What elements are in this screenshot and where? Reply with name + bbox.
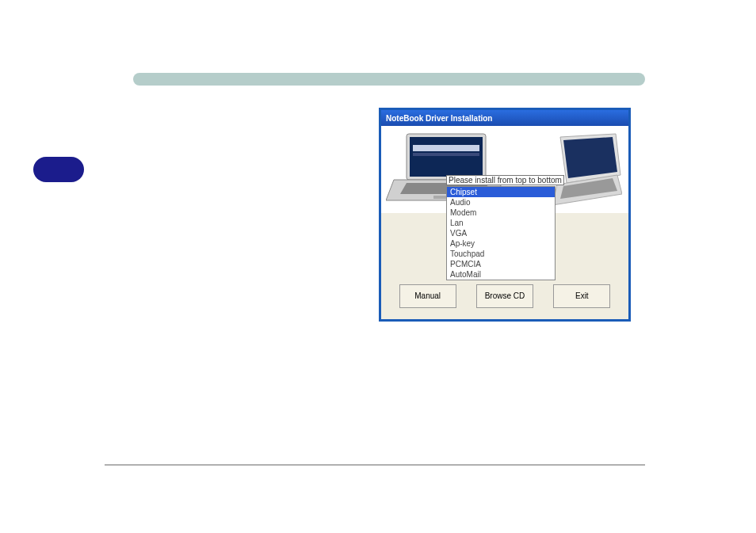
browse-cd-button[interactable]: Browse CD xyxy=(476,284,533,308)
header-bar xyxy=(133,73,645,86)
svg-rect-2 xyxy=(413,145,479,151)
side-tab-badge xyxy=(33,157,84,182)
driver-item-pcmcia[interactable]: PCMCIA xyxy=(447,259,555,269)
driver-item-touchpad[interactable]: Touchpad xyxy=(447,249,555,259)
driver-item-automail[interactable]: AutoMail xyxy=(447,269,555,280)
instruction-label: Please install from top to bottom xyxy=(446,175,564,185)
window-titlebar[interactable]: NoteBook Driver Installation xyxy=(381,110,628,126)
laptop-image-right xyxy=(546,129,622,207)
svg-rect-3 xyxy=(413,153,479,156)
driver-item-audio[interactable]: Audio xyxy=(447,197,555,207)
driver-item-modem[interactable]: Modem xyxy=(447,207,555,218)
buttons-row: Manual Browse CD Exit xyxy=(381,284,628,308)
driver-item-vga[interactable]: VGA xyxy=(447,228,555,238)
exit-button[interactable]: Exit xyxy=(553,284,610,308)
footer-divider xyxy=(105,464,645,466)
svg-marker-8 xyxy=(563,137,617,178)
driver-item-chipset[interactable]: Chipset xyxy=(447,187,555,197)
svg-rect-1 xyxy=(410,137,483,177)
manual-button[interactable]: Manual xyxy=(399,284,456,308)
driver-item-lan[interactable]: Lan xyxy=(447,218,555,228)
driver-installation-window: NoteBook Driver Installation Please inst… xyxy=(379,108,631,322)
window-body: Please install from top to bottom Chipse… xyxy=(381,126,628,319)
window-title: NoteBook Driver Installation xyxy=(386,114,492,123)
driver-item-apkey[interactable]: Ap-key xyxy=(447,238,555,249)
driver-list[interactable]: Chipset Audio Modem Lan VGA Ap-key Touch… xyxy=(446,186,556,280)
